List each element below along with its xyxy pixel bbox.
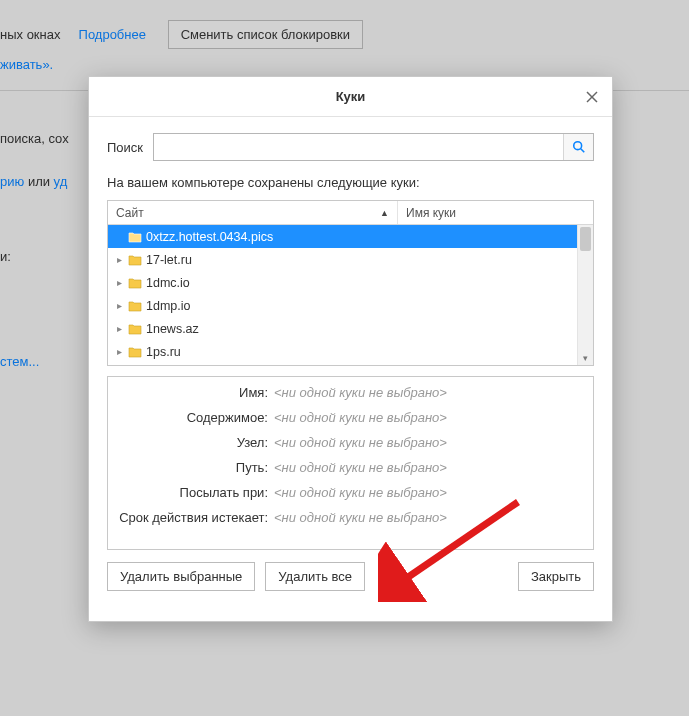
table-row[interactable]: ▸1ps.ru <box>108 340 577 363</box>
site-name: 1dmc.io <box>146 276 190 290</box>
detail-value-path: <ни одной куки не выбрано> <box>274 460 447 475</box>
detail-value-expires: <ни одной куки не выбрано> <box>274 510 447 525</box>
folder-icon <box>128 254 142 266</box>
column-header-cookie-name[interactable]: Имя куки <box>398 201 593 224</box>
search-icon <box>572 140 586 154</box>
search-label: Поиск <box>107 140 143 155</box>
cookies-table: Сайт ▲ Имя куки 0xtzz.hottest.0434.pics▸… <box>107 200 594 366</box>
site-name: 1news.az <box>146 322 199 336</box>
detail-label-send: Посылать при: <box>118 485 274 500</box>
expand-caret-icon[interactable]: ▸ <box>114 277 124 288</box>
intro-text: На вашем компьютере сохранены следующие … <box>107 175 594 190</box>
dialog-titlebar: Куки <box>89 77 612 117</box>
close-button[interactable] <box>572 77 612 117</box>
column-header-site[interactable]: Сайт ▲ <box>108 201 398 224</box>
svg-line-3 <box>580 149 584 153</box>
vertical-scrollbar[interactable]: ▾ <box>577 225 593 365</box>
svg-point-2 <box>573 142 581 150</box>
scrollbar-thumb[interactable] <box>580 227 591 251</box>
search-box <box>153 133 594 161</box>
table-row[interactable]: 0xtzz.hottest.0434.pics <box>108 225 577 248</box>
remove-all-button[interactable]: Удалить все <box>265 562 365 591</box>
close-icon <box>586 91 598 103</box>
folder-icon <box>128 323 142 335</box>
folder-icon <box>128 346 142 358</box>
table-row[interactable]: ▸17-let.ru <box>108 248 577 271</box>
site-name: 1dmp.io <box>146 299 190 313</box>
detail-value-name: <ни одной куки не выбрано> <box>274 385 447 400</box>
detail-label-path: Путь: <box>118 460 274 475</box>
search-button[interactable] <box>563 134 593 160</box>
site-name: 1ps.ru <box>146 345 181 359</box>
detail-value-send: <ни одной куки не выбрано> <box>274 485 447 500</box>
detail-label-content: Содержимое: <box>118 410 274 425</box>
close-dialog-button[interactable]: Закрыть <box>518 562 594 591</box>
site-name: 17-let.ru <box>146 253 192 267</box>
detail-label-host: Узел: <box>118 435 274 450</box>
table-row[interactable]: ▸1dmc.io <box>108 271 577 294</box>
expand-caret-icon[interactable]: ▸ <box>114 254 124 265</box>
folder-icon <box>128 300 142 312</box>
remove-selected-button[interactable]: Удалить выбранные <box>107 562 255 591</box>
cookie-details-panel: Имя: <ни одной куки не выбрано> Содержим… <box>107 376 594 550</box>
folder-icon <box>128 277 142 289</box>
search-input[interactable] <box>154 134 563 160</box>
expand-caret-icon[interactable]: ▸ <box>114 346 124 357</box>
expand-caret-icon[interactable]: ▸ <box>114 300 124 311</box>
cookies-dialog: Куки Поиск На вашем компьютере сохранены <box>88 76 613 622</box>
detail-value-content: <ни одной куки не выбрано> <box>274 410 447 425</box>
folder-icon <box>128 231 142 243</box>
scroll-down-icon[interactable]: ▾ <box>578 351 593 365</box>
table-row[interactable]: ▸1news.az <box>108 317 577 340</box>
sort-indicator-icon: ▲ <box>380 201 389 225</box>
dialog-title: Куки <box>336 89 366 104</box>
table-row[interactable]: ▸1dmp.io <box>108 294 577 317</box>
detail-label-name: Имя: <box>118 385 274 400</box>
detail-value-host: <ни одной куки не выбрано> <box>274 435 447 450</box>
detail-label-expires: Срок действия истекает: <box>118 510 274 525</box>
expand-caret-icon[interactable]: ▸ <box>114 323 124 334</box>
site-name: 0xtzz.hottest.0434.pics <box>146 230 273 244</box>
